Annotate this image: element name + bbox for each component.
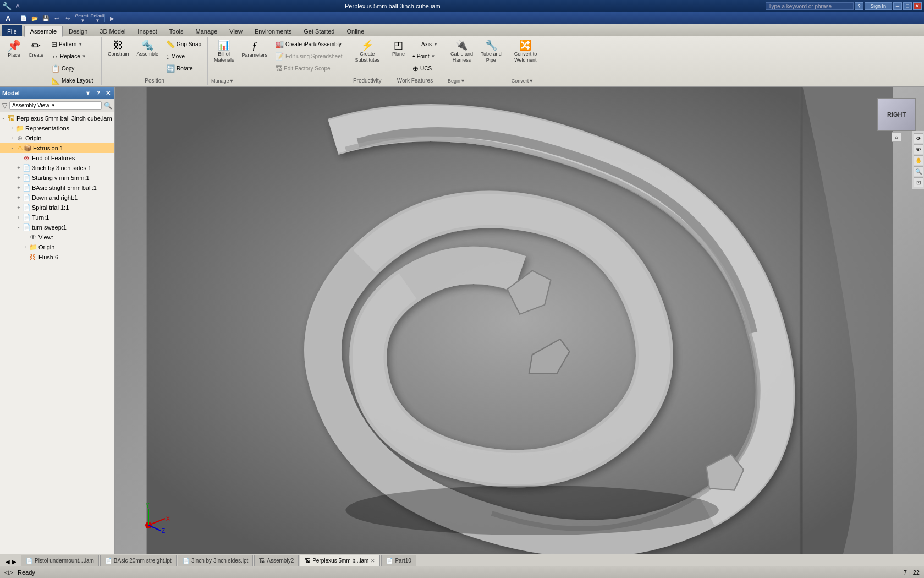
pattern-button[interactable]: ⊞ Pattern ▼ (48, 39, 98, 50)
tab-3inch[interactable]: 📄 3inch by 3inch sides.ipt (178, 555, 253, 566)
axis-button[interactable]: — Axis ▼ (410, 39, 441, 50)
representations-expand[interactable]: + (9, 126, 15, 131)
search-box[interactable]: Type a keyword or phrase (766, 2, 854, 10)
panel-dropdown-button[interactable]: ▼ (83, 89, 92, 97)
tab-getstarted[interactable]: Get Started (298, 25, 340, 36)
point-button[interactable]: • Point ▼ (410, 51, 441, 62)
tab-basic20mm[interactable]: 📄 BAsic 20mm streight.ipt (100, 555, 177, 566)
orbit-button[interactable]: ⟳ (914, 133, 923, 143)
create-ipart-button[interactable]: 🏭 Create iPart/iAssembly (272, 39, 345, 50)
viewport[interactable]: RIGHT ⌂ ⟳ 👁 ✋ 🔍 ⊡ X Y Z (116, 87, 924, 554)
tree-item-spiral[interactable]: + 📄 Spiral trial 1:1 (0, 203, 114, 212)
app-menu-button[interactable]: A (2, 14, 14, 23)
point-dropdown[interactable]: ▼ (431, 54, 435, 59)
panel-close-button[interactable]: ✕ (104, 89, 112, 97)
pan-button[interactable]: ✋ (914, 155, 923, 165)
tree-item-flush[interactable]: + ⛓ Flush:6 (0, 252, 114, 262)
tab-view[interactable]: View (223, 25, 249, 36)
sign-in-button[interactable]: Sign In (865, 2, 892, 10)
tab-online[interactable]: Online (340, 25, 370, 36)
tree-item-turnsweep[interactable]: - 📄 turn sweep:1 (0, 222, 114, 232)
default-button[interactable]: Default ▼ (92, 13, 102, 23)
panel-help-button[interactable]: ? (95, 89, 102, 97)
origin2-expand[interactable]: + (22, 244, 29, 250)
close-button[interactable]: ✕ (913, 2, 922, 10)
tab-manage[interactable]: Manage (190, 25, 224, 36)
copy-button[interactable]: 📋 Copy (48, 63, 98, 74)
tab-3dmodel[interactable]: 3D Model (94, 25, 131, 36)
open-button[interactable]: 📂 (30, 13, 40, 23)
cable-harness-button[interactable]: 🔌 Cable and Harness (448, 39, 476, 65)
viewcube-box[interactable]: RIGHT (877, 98, 916, 131)
starting-expand[interactable]: + (15, 175, 22, 181)
ucs-button[interactable]: ⊕ UCS (410, 63, 441, 74)
tab-pistol[interactable]: 📄 Pistol undermount....iam (21, 555, 99, 566)
create-button[interactable]: ✏ Create (26, 39, 46, 60)
turnsweep-expand[interactable]: - (15, 225, 22, 230)
basic-expand[interactable]: + (15, 185, 22, 190)
tree-item-origin[interactable]: + ⊕ Origin (0, 133, 114, 143)
tree-item-representations[interactable]: + 📁 Representations (0, 123, 114, 133)
tab-inspect[interactable]: Inspect (131, 25, 163, 36)
undo-button[interactable]: ↩ (52, 13, 62, 23)
zoom-button[interactable]: 🔍 (914, 166, 923, 176)
makelayout-button[interactable]: 📐 Make Layout (48, 75, 98, 86)
titlebar-controls[interactable]: Type a keyword or phrase ? Sign In ─ □ ✕ (766, 2, 922, 10)
redo-button[interactable]: ↪ (63, 13, 73, 23)
tree-item-starting[interactable]: + 📄 Starting v mm 5mm:1 (0, 173, 114, 183)
tab-assembly2[interactable]: 🏗 Assembly2 (254, 555, 299, 566)
begin-label[interactable]: Begin ▼ (448, 78, 504, 84)
bom-button[interactable]: 📊 Bill of Materials (211, 39, 237, 65)
tab-file[interactable]: File (2, 25, 22, 36)
zoom-window[interactable]: ⊡ (914, 177, 923, 187)
tab-perplexus-close[interactable]: ✕ (371, 558, 375, 564)
assemble-button[interactable]: 🔩 Assemble (134, 39, 162, 59)
pattern-dropdown[interactable]: ▼ (78, 42, 82, 47)
tree-root[interactable]: - 🏗 Perplexus 5mm ball 3inch cube.iam (0, 113, 114, 123)
replace-dropdown[interactable]: ▼ (82, 54, 86, 59)
tree-item-extrusion1[interactable]: - ⚠ 📦 Extrusion 1 (0, 143, 114, 153)
viewcube[interactable]: RIGHT ⌂ (875, 92, 919, 137)
rotate-button[interactable]: 🔄 Rotate (163, 63, 204, 74)
search-model-icon[interactable]: 🔍 (104, 102, 112, 110)
tab-nav-right[interactable]: ▶ (11, 558, 18, 566)
minimize-button[interactable]: ─ (893, 2, 902, 10)
turn-expand[interactable]: + (15, 215, 22, 220)
replace-button[interactable]: ↔ Replace ▼ (48, 51, 98, 62)
3inch-expand[interactable]: + (15, 165, 22, 171)
constrain-button[interactable]: ⛓ Constrain (105, 39, 132, 59)
help-button[interactable]: ? (855, 2, 864, 10)
tab-tools[interactable]: Tools (163, 25, 190, 36)
parameters-button[interactable]: ƒ Parameters (239, 39, 271, 60)
convert-weldment-button[interactable]: 🔀 Convert to Weldment (512, 39, 540, 65)
viewcube-home[interactable]: ⌂ (892, 132, 901, 142)
move-button[interactable]: ↕ Move (163, 51, 204, 62)
tab-part10[interactable]: 📄 Part10 (381, 555, 416, 566)
tab-assemble[interactable]: Assemble (24, 26, 63, 37)
tree-item-end-features[interactable]: + ⊗ End of Features (0, 153, 114, 163)
tree-item-view[interactable]: + 👁 View: (0, 232, 114, 242)
tube-pipe-button[interactable]: 🔧 Tube and Pipe (478, 39, 504, 65)
gripsnap-button[interactable]: 📏 Grip Snap (163, 39, 204, 50)
look-button[interactable]: 👁 (914, 144, 923, 154)
tree-item-turn[interactable]: + 📄 Turn:1 (0, 212, 114, 222)
tab-design[interactable]: Design (63, 25, 94, 36)
tree-item-basic[interactable]: + 📄 BAsic stright 5mm ball:1 (0, 183, 114, 193)
tab-environments[interactable]: Environments (249, 25, 298, 36)
tab-perplexus[interactable]: 🏗 Perplexus 5mm b...iam ✕ (300, 555, 380, 566)
view-mode-selector[interactable]: Assembly View (12, 102, 50, 108)
maximize-button[interactable]: □ (903, 2, 912, 10)
extrusion1-expand[interactable]: - (9, 145, 15, 151)
root-expand[interactable]: - (0, 116, 7, 121)
axis-dropdown[interactable]: ▼ (433, 42, 438, 47)
new-button[interactable]: 📄 (19, 13, 29, 23)
origin-expand[interactable]: + (9, 135, 15, 141)
save-button[interactable]: 💾 (41, 13, 51, 23)
run-button[interactable]: ▶ (107, 13, 117, 23)
tree-item-downright[interactable]: + 📄 Down and right:1 (0, 193, 114, 203)
select-mode-button[interactable]: Generic ▼ (78, 13, 87, 23)
tree-item-3inch-sides[interactable]: + 📄 3inch by 3inch sides:1 (0, 163, 114, 173)
spiral-expand[interactable]: + (15, 205, 22, 210)
tab-nav-left[interactable]: ◀ (4, 558, 11, 566)
create-substitutes-button[interactable]: ⚡ Create Substitutes (353, 39, 383, 65)
